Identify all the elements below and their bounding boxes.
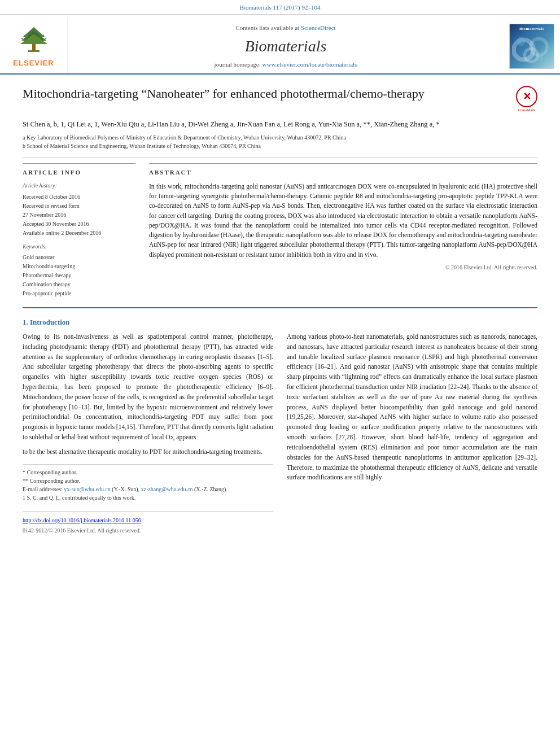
revised-label: Received in revised form	[23, 202, 135, 210]
journal-citation: Biomaterials 117 (2017) 92–104	[0, 0, 560, 15]
sciencedirect-notice: Contents lists available at ScienceDirec…	[235, 24, 335, 32]
journal-homepage-link[interactable]: www.elsevier.com/locate/biomaterials	[262, 61, 357, 68]
email1-link[interactable]: yx-sun@whu.edu.cn	[64, 486, 111, 492]
doi-link[interactable]: http://dx.doi.org/10.1016/j.biomaterials…	[23, 517, 141, 523]
elsevier-logo-area: ELSEVIER	[0, 19, 68, 73]
accepted-date: Accepted 30 November 2016	[23, 220, 135, 228]
article-info-heading: ARTICLE INFO	[23, 168, 135, 177]
received-date: Received 8 October 2016	[23, 193, 135, 201]
keyword-3: Photothermal therapy	[23, 271, 135, 280]
keyword-4: Combination therapy	[23, 280, 135, 289]
abstract-text: In this work, mitochondria-targeting gol…	[149, 182, 537, 272]
elsevier-tree-icon	[11, 25, 56, 56]
journal-header: ELSEVIER Contents lists available at Sci…	[0, 15, 560, 75]
abstract-panel: ABSTRACT In this work, mitochondria-targ…	[149, 163, 537, 298]
journal-name: Biomaterials	[245, 35, 327, 57]
crossmark-badge[interactable]: ✕ CrossMark	[516, 86, 537, 107]
footnote-star: * Corresponding author.	[23, 468, 273, 477]
divider-after-affiliations	[23, 157, 537, 158]
intro-col-right: Among various photo-to-heat nanomaterial…	[287, 332, 537, 535]
email2-link[interactable]: xz-zhang@whu.edu.cn	[141, 486, 193, 492]
revised-date: 27 November 2016	[23, 211, 135, 219]
crossmark-label: CrossMark	[516, 108, 537, 113]
crossmark-icon: ✕	[523, 91, 531, 102]
introduction-section: 1. Introduction Owing to its non-invasiv…	[23, 317, 537, 535]
divider-thick	[23, 307, 537, 308]
cover-decoration	[512, 33, 550, 66]
article-title-section: Mitochondria-targeting “Nanoheater” for …	[23, 86, 537, 112]
affiliation-a: a Key Laboratory of Biomedical Polymers …	[23, 133, 537, 142]
intro-col2-p1: Among various photo-to-heat nanomaterial…	[287, 332, 537, 483]
email-line: E-mail addresses: yx-sun@whu.edu.cn (Y.-…	[23, 485, 273, 493]
main-content: Mitochondria-targeting “Nanoheater” for …	[0, 75, 560, 546]
affiliation-b: b School of Material Science and Enginee…	[23, 142, 537, 150]
keyword-1: Gold nanostar	[23, 253, 135, 262]
doi-section: http://dx.doi.org/10.1016/j.biomaterials…	[23, 511, 273, 535]
footnote-star-star: ** Corresponding author.	[23, 477, 273, 485]
intro-col1-p1: Owing to its non-invasiveness as well as…	[23, 332, 273, 443]
intro-heading: 1. Introduction	[23, 317, 537, 327]
sciencedirect-link[interactable]: ScienceDirect	[301, 24, 336, 31]
keywords-list: Gold nanostar Mitochondria-targeting Pho…	[23, 253, 135, 298]
svg-rect-1	[32, 43, 36, 51]
journal-cover-image: Biomaterials	[509, 24, 554, 69]
article-title: Mitochondria-targeting “Nanoheater” for …	[23, 86, 507, 102]
authors-line: Si Chen a, b, 1, Qi Lei a, 1, Wen-Xiu Qi…	[23, 119, 537, 130]
affiliations: a Key Laboratory of Biomedical Polymers …	[23, 133, 537, 150]
intro-col1-p2: to be the best alternative therapeutic m…	[23, 447, 273, 457]
journal-title-area: Contents lists available at ScienceDirec…	[68, 19, 504, 73]
abstract-heading: ABSTRACT	[149, 168, 537, 177]
copyright-notice: © 2016 Elsevier Ltd. All rights reserved…	[149, 263, 537, 272]
keyword-2: Mitochondria-targeting	[23, 262, 135, 271]
keyword-5: Pro-apoptotic peptide	[23, 289, 135, 298]
keywords-label: Keywords:	[23, 243, 135, 251]
issn-line: 0142-9612/© 2016 Elsevier Ltd. All right…	[23, 526, 273, 535]
elsevier-wordmark: ELSEVIER	[13, 58, 54, 68]
article-info-panel: ARTICLE INFO Article history: Received 8…	[23, 163, 135, 298]
intro-body-columns: Owing to its non-invasiveness as well as…	[23, 332, 537, 535]
intro-col-left: Owing to its non-invasiveness as well as…	[23, 332, 273, 535]
footnote-1: 1 S. C. and Q. L. contributed equally to…	[23, 493, 273, 502]
footnotes: * Corresponding author. ** Corresponding…	[23, 464, 273, 502]
journal-cover-area: Biomaterials	[504, 19, 560, 73]
available-date: Available online 2 December 2016	[23, 229, 135, 237]
journal-homepage-line: journal homepage: www.elsevier.com/locat…	[215, 60, 357, 69]
svg-point-13	[537, 55, 544, 62]
svg-point-12	[517, 37, 526, 46]
article-history-label: Article history:	[23, 182, 135, 190]
article-info-abstract-row: ARTICLE INFO Article history: Received 8…	[23, 163, 537, 298]
